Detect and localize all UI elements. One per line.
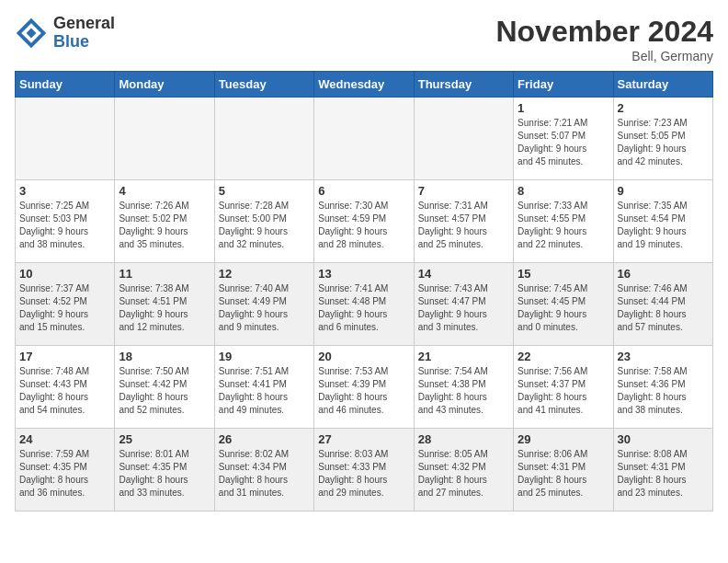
logo-general-text: General [53, 15, 115, 33]
day-number: 11 [119, 267, 210, 281]
day-info: Sunrise: 7:41 AM Sunset: 4:48 PM Dayligh… [318, 282, 409, 334]
day-number: 16 [618, 267, 709, 281]
day-number: 9 [618, 184, 709, 198]
month-title: November 2024 [495, 15, 713, 49]
calendar-cell: 20Sunrise: 7:53 AM Sunset: 4:39 PM Dayli… [314, 346, 414, 429]
calendar-cell: 26Sunrise: 8:02 AM Sunset: 4:34 PM Dayli… [214, 429, 313, 511]
day-info: Sunrise: 7:48 AM Sunset: 4:43 PM Dayligh… [19, 365, 110, 417]
calendar-cell: 10Sunrise: 7:37 AM Sunset: 4:52 PM Dayli… [16, 263, 115, 346]
day-header-tuesday: Tuesday [214, 72, 313, 98]
day-header-wednesday: Wednesday [314, 72, 414, 98]
day-header-sunday: Sunday [16, 72, 115, 98]
day-info: Sunrise: 8:03 AM Sunset: 4:33 PM Dayligh… [318, 448, 409, 500]
calendar-cell: 8Sunrise: 7:33 AM Sunset: 4:55 PM Daylig… [514, 180, 613, 263]
calendar-cell: 29Sunrise: 8:06 AM Sunset: 4:31 PM Dayli… [514, 429, 613, 511]
day-info: Sunrise: 8:05 AM Sunset: 4:32 PM Dayligh… [418, 448, 509, 500]
week-row-4: 24Sunrise: 7:59 AM Sunset: 4:35 PM Dayli… [16, 429, 713, 511]
calendar-cell: 9Sunrise: 7:35 AM Sunset: 4:54 PM Daylig… [613, 180, 712, 263]
calendar-cell: 28Sunrise: 8:05 AM Sunset: 4:32 PM Dayli… [414, 429, 513, 511]
day-info: Sunrise: 8:01 AM Sunset: 4:35 PM Dayligh… [119, 448, 210, 500]
calendar-cell: 12Sunrise: 7:40 AM Sunset: 4:49 PM Dayli… [214, 263, 313, 346]
day-number: 28 [418, 432, 509, 446]
day-info: Sunrise: 7:26 AM Sunset: 5:02 PM Dayligh… [119, 200, 210, 251]
day-info: Sunrise: 7:21 AM Sunset: 5:07 PM Dayligh… [518, 117, 609, 168]
day-info: Sunrise: 7:35 AM Sunset: 4:54 PM Dayligh… [618, 200, 709, 251]
logo-blue-text: Blue [53, 33, 115, 52]
day-number: 4 [119, 184, 210, 198]
day-info: Sunrise: 7:45 AM Sunset: 4:45 PM Dayligh… [518, 282, 609, 334]
days-of-week-row: SundayMondayTuesdayWednesdayThursdayFrid… [16, 72, 713, 98]
calendar-cell: 14Sunrise: 7:43 AM Sunset: 4:47 PM Dayli… [414, 263, 513, 346]
day-number: 23 [618, 350, 709, 363]
logo-icon [15, 17, 48, 50]
calendar-cell: 21Sunrise: 7:54 AM Sunset: 4:38 PM Dayli… [414, 346, 513, 429]
day-number: 29 [518, 432, 609, 446]
day-info: Sunrise: 7:33 AM Sunset: 4:55 PM Dayligh… [518, 200, 609, 251]
day-number: 12 [219, 267, 310, 281]
calendar-cell: 17Sunrise: 7:48 AM Sunset: 4:43 PM Dayli… [16, 346, 115, 429]
week-row-3: 17Sunrise: 7:48 AM Sunset: 4:43 PM Dayli… [16, 346, 713, 429]
day-number: 8 [518, 184, 609, 198]
calendar-cell: 25Sunrise: 8:01 AM Sunset: 4:35 PM Dayli… [115, 429, 214, 511]
day-info: Sunrise: 7:23 AM Sunset: 5:05 PM Dayligh… [618, 117, 709, 168]
location: Bell, Germany [495, 49, 713, 63]
week-row-0: 1Sunrise: 7:21 AM Sunset: 5:07 PM Daylig… [16, 98, 713, 180]
calendar-cell: 18Sunrise: 7:50 AM Sunset: 4:42 PM Dayli… [115, 346, 214, 429]
day-info: Sunrise: 7:50 AM Sunset: 4:42 PM Dayligh… [119, 365, 210, 417]
day-info: Sunrise: 8:06 AM Sunset: 4:31 PM Dayligh… [518, 448, 609, 500]
logo-text: General Blue [53, 15, 115, 52]
day-info: Sunrise: 7:30 AM Sunset: 4:59 PM Dayligh… [318, 200, 409, 251]
calendar-cell: 6Sunrise: 7:30 AM Sunset: 4:59 PM Daylig… [314, 180, 414, 263]
calendar-cell [115, 98, 214, 180]
day-number: 19 [219, 350, 310, 363]
calendar-cell: 2Sunrise: 7:23 AM Sunset: 5:05 PM Daylig… [613, 98, 712, 180]
day-header-friday: Friday [514, 72, 613, 98]
day-info: Sunrise: 8:08 AM Sunset: 4:31 PM Dayligh… [618, 448, 709, 500]
day-number: 26 [219, 432, 310, 446]
calendar-body: 1Sunrise: 7:21 AM Sunset: 5:07 PM Daylig… [16, 98, 713, 511]
week-row-2: 10Sunrise: 7:37 AM Sunset: 4:52 PM Dayli… [16, 263, 713, 346]
day-info: Sunrise: 7:58 AM Sunset: 4:36 PM Dayligh… [618, 365, 709, 417]
day-number: 17 [19, 350, 110, 363]
calendar-cell: 27Sunrise: 8:03 AM Sunset: 4:33 PM Dayli… [314, 429, 414, 511]
calendar-cell: 11Sunrise: 7:38 AM Sunset: 4:51 PM Dayli… [115, 263, 214, 346]
day-info: Sunrise: 7:43 AM Sunset: 4:47 PM Dayligh… [418, 282, 509, 334]
calendar-table: SundayMondayTuesdayWednesdayThursdayFrid… [15, 71, 713, 511]
day-header-monday: Monday [115, 72, 214, 98]
calendar-cell: 16Sunrise: 7:46 AM Sunset: 4:44 PM Dayli… [613, 263, 712, 346]
calendar-cell: 5Sunrise: 7:28 AM Sunset: 5:00 PM Daylig… [214, 180, 313, 263]
day-number: 6 [318, 184, 409, 198]
day-header-saturday: Saturday [613, 72, 712, 98]
calendar-cell: 30Sunrise: 8:08 AM Sunset: 4:31 PM Dayli… [613, 429, 712, 511]
calendar-cell: 13Sunrise: 7:41 AM Sunset: 4:48 PM Dayli… [314, 263, 414, 346]
title-area: November 2024 Bell, Germany [495, 15, 713, 63]
day-info: Sunrise: 7:31 AM Sunset: 4:57 PM Dayligh… [418, 200, 509, 251]
day-info: Sunrise: 7:53 AM Sunset: 4:39 PM Dayligh… [318, 365, 409, 417]
day-info: Sunrise: 7:46 AM Sunset: 4:44 PM Dayligh… [618, 282, 709, 334]
day-info: Sunrise: 7:51 AM Sunset: 4:41 PM Dayligh… [219, 365, 310, 417]
day-info: Sunrise: 7:59 AM Sunset: 4:35 PM Dayligh… [19, 448, 110, 500]
day-number: 21 [418, 350, 509, 363]
day-number: 30 [618, 432, 709, 446]
header: General Blue November 2024 Bell, Germany [15, 15, 713, 63]
day-number: 25 [119, 432, 210, 446]
day-info: Sunrise: 8:02 AM Sunset: 4:34 PM Dayligh… [219, 448, 310, 500]
day-info: Sunrise: 7:25 AM Sunset: 5:03 PM Dayligh… [19, 200, 110, 251]
calendar-cell: 23Sunrise: 7:58 AM Sunset: 4:36 PM Dayli… [613, 346, 712, 429]
calendar-cell: 22Sunrise: 7:56 AM Sunset: 4:37 PM Dayli… [514, 346, 613, 429]
day-number: 27 [318, 432, 409, 446]
calendar-cell: 19Sunrise: 7:51 AM Sunset: 4:41 PM Dayli… [214, 346, 313, 429]
day-number: 15 [518, 267, 609, 281]
calendar-cell [414, 98, 513, 180]
day-number: 18 [119, 350, 210, 363]
calendar-cell [16, 98, 115, 180]
day-number: 7 [418, 184, 509, 198]
week-row-1: 3Sunrise: 7:25 AM Sunset: 5:03 PM Daylig… [16, 180, 713, 263]
day-info: Sunrise: 7:54 AM Sunset: 4:38 PM Dayligh… [418, 365, 509, 417]
day-number: 14 [418, 267, 509, 281]
day-number: 10 [19, 267, 110, 281]
calendar-cell: 1Sunrise: 7:21 AM Sunset: 5:07 PM Daylig… [514, 98, 613, 180]
calendar-cell: 3Sunrise: 7:25 AM Sunset: 5:03 PM Daylig… [16, 180, 115, 263]
calendar-cell [314, 98, 414, 180]
day-number: 13 [318, 267, 409, 281]
